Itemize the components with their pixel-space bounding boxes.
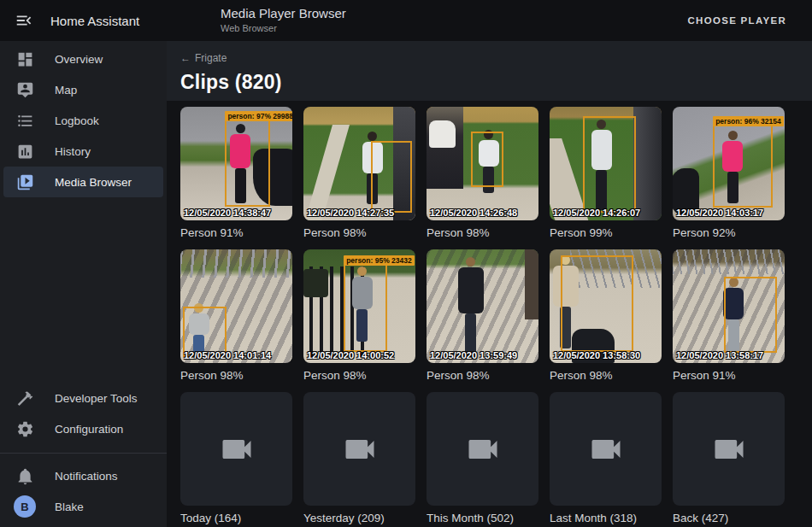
sidebar-nav: Overview Map Logbook History Media Brows…	[0, 41, 167, 197]
person-head	[466, 257, 475, 266]
video-camera-icon	[341, 430, 379, 468]
clip-thumbnail: person: 97% 29988 12/05/2020 14:38:47	[180, 107, 292, 220]
user-name: Blake	[55, 501, 84, 513]
clip-card[interactable]: 12/05/2020 13:58:30 Person 98%	[550, 249, 662, 382]
clips-grid: person: 97% 29988 12/05/2020 14:38:47 Pe…	[167, 101, 812, 524]
bounding-box-label: person: 95% 23432	[344, 255, 415, 266]
clip-thumbnail: person: 96% 32154 12/05/2020 14:03:17	[673, 107, 785, 220]
folder-card[interactable]: Yesterday (209)	[303, 392, 415, 524]
page-header-title-block: Media Player Browser Web Browser	[221, 6, 346, 35]
video-camera-icon	[464, 430, 502, 468]
clip-timestamp: 12/05/2020 14:03:17	[676, 208, 763, 218]
scene-prop	[429, 120, 456, 148]
panel-title: Media Player Browser	[221, 6, 346, 22]
clip-card[interactable]: 12/05/2020 14:26:48 Person 98%	[427, 107, 538, 239]
folder-label: Today (164)	[180, 512, 292, 524]
sidebar-item-developer-tools[interactable]: Developer Tools	[3, 383, 163, 413]
folder-label: Yesterday (209)	[303, 512, 415, 524]
clip-caption: Person 92%	[673, 226, 785, 239]
clip-card[interactable]: 12/05/2020 14:26:07 Person 99%	[550, 107, 662, 239]
clip-card[interactable]: person: 96% 32154 12/05/2020 14:03:17 Pe…	[673, 107, 785, 239]
clip-card[interactable]: person: 95% 23432 12/05/2020 14:00:52 Pe…	[303, 249, 415, 382]
sidebar-item-label: Notifications	[55, 470, 118, 483]
person-figure	[458, 257, 484, 360]
folder-card[interactable]: Today (164)	[180, 392, 292, 524]
sidebar-toggle-menu-icon[interactable]	[14, 10, 34, 31]
sidebar-divider	[0, 453, 167, 454]
person-bounding-box	[724, 277, 777, 353]
person-bounding-box: person: 97% 29988	[225, 120, 269, 207]
scene-prop	[303, 269, 328, 297]
chart-icon	[15, 141, 35, 161]
person-bounding-box	[471, 132, 503, 187]
folder-card[interactable]: Last Month (318)	[550, 392, 662, 524]
person-torso	[458, 267, 484, 313]
clip-caption: Person 91%	[673, 369, 785, 382]
clip-caption: Person 98%	[303, 226, 415, 239]
clip-thumbnail: 12/05/2020 14:26:07	[550, 107, 662, 220]
list-icon	[15, 110, 35, 131]
folder-thumbnail	[427, 392, 538, 506]
clip-timestamp: 12/05/2020 14:38:47	[184, 208, 271, 218]
menu-open-icon	[15, 11, 33, 30]
clip-card[interactable]: 12/05/2020 13:59:49 Person 98%	[427, 249, 538, 382]
sidebar-item-map[interactable]: Map	[3, 74, 163, 105]
clip-card[interactable]: 12/05/2020 14:01:14 Person 98%	[180, 249, 292, 382]
clip-thumbnail: 12/05/2020 13:59:49	[427, 249, 538, 363]
topbar-left: Home Assistant	[0, 10, 167, 31]
clip-caption: Person 91%	[180, 226, 292, 239]
sidebar-item-history[interactable]: History	[3, 136, 163, 167]
clip-thumbnail: person: 95% 23432 12/05/2020 14:00:52	[303, 249, 415, 363]
folder-label: Back (427)	[673, 512, 785, 524]
folder-label: This Month (502)	[427, 512, 538, 524]
folder-card[interactable]: This Month (502)	[427, 392, 538, 524]
folder-thumbnail	[180, 392, 292, 506]
sidebar-item-logbook[interactable]: Logbook	[3, 105, 163, 136]
sidebar-item-configuration[interactable]: Configuration	[3, 413, 163, 444]
sidebar-item-media-browser[interactable]: Media Browser	[3, 167, 163, 197]
clip-timestamp: 12/05/2020 13:59:49	[430, 350, 517, 360]
panel-subtitle: Web Browser	[221, 23, 346, 35]
video-camera-icon	[710, 430, 748, 468]
person-bounding-box: person: 96% 32154	[713, 125, 773, 208]
sidebar-item-notifications[interactable]: Notifications	[3, 460, 163, 491]
page-title: Clips (820)	[180, 71, 798, 94]
clip-timestamp: 12/05/2020 13:58:30	[553, 350, 640, 360]
clip-timestamp: 12/05/2020 14:26:48	[430, 208, 517, 218]
clip-timestamp: 12/05/2020 14:27:35	[307, 208, 394, 218]
sidebar-item-overview[interactable]: Overview	[3, 44, 163, 74]
person-bounding-box: person: 95% 23432	[344, 264, 387, 351]
clip-card[interactable]: 12/05/2020 14:27:35 Person 98%	[303, 107, 415, 239]
clip-thumbnail: 12/05/2020 14:27:35	[303, 107, 415, 220]
video-camera-icon	[218, 430, 256, 468]
main-content: ← Frigate Clips (820) person: 97% 29988 …	[167, 41, 812, 527]
clip-timestamp: 12/05/2020 14:00:52	[307, 350, 394, 360]
folder-thumbnail	[550, 392, 662, 506]
sidebar-item-user[interactable]: B Blake	[3, 491, 163, 522]
sidebar-item-label: Developer Tools	[55, 392, 138, 405]
sidebar-item-label: Configuration	[55, 423, 123, 436]
sidebar-item-label: Overview	[55, 53, 103, 66]
video-camera-icon	[587, 430, 625, 468]
bounding-box-label: person: 97% 29988	[225, 111, 292, 121]
person-head	[368, 132, 377, 141]
person-bounding-box	[583, 116, 636, 213]
person-bounding-box	[561, 255, 633, 352]
breadcrumb-back[interactable]: ← Frigate	[180, 41, 227, 64]
clip-card[interactable]: person: 97% 29988 12/05/2020 14:38:47 Pe…	[180, 107, 292, 239]
clip-thumbnail: 12/05/2020 13:58:17	[673, 249, 785, 363]
clip-caption: Person 98%	[550, 369, 662, 382]
clip-thumbnail: 12/05/2020 14:26:48	[427, 107, 538, 220]
sidebar-item-label: Logbook	[55, 114, 99, 127]
sidebar-item-label: Media Browser	[55, 176, 132, 189]
clip-card[interactable]: 12/05/2020 13:58:17 Person 91%	[673, 249, 785, 382]
folder-card[interactable]: Back (427)	[673, 392, 785, 524]
folder-label: Last Month (318)	[550, 512, 662, 524]
clip-thumbnail: 12/05/2020 13:58:30	[550, 249, 662, 363]
clip-caption: Person 99%	[550, 226, 662, 239]
breadcrumb-label: Frigate	[195, 52, 227, 64]
clip-thumbnail: 12/05/2020 14:01:14	[180, 249, 292, 363]
choose-player-button[interactable]: CHOOSE PLAYER	[682, 15, 791, 26]
bounding-box-label: person: 96% 32154	[713, 116, 784, 126]
top-app-bar: Home Assistant Media Player Browser Web …	[0, 0, 812, 41]
